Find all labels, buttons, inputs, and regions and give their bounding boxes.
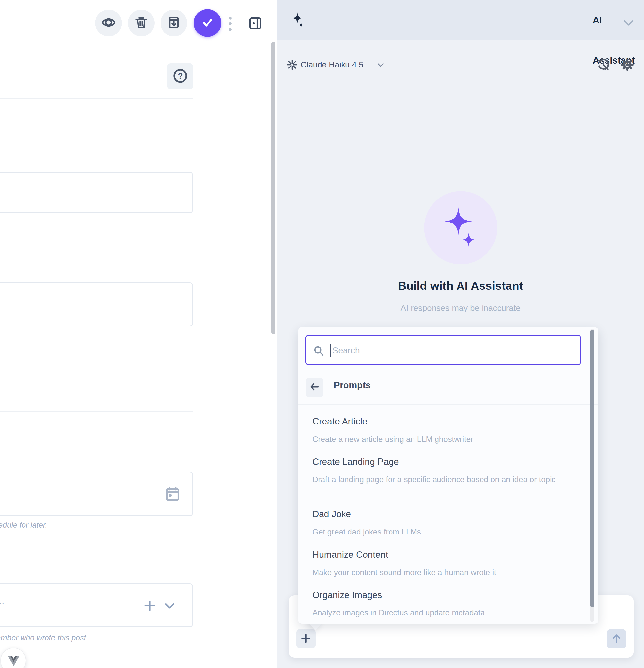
- help-button[interactable]: ?: [167, 63, 193, 90]
- search-icon: [313, 345, 325, 358]
- calendar-icon[interactable]: [165, 487, 180, 502]
- content-panel: ? edule for later. .. ember who wrote th…: [0, 0, 277, 668]
- preview-button[interactable]: [95, 10, 122, 36]
- chevron-down-icon[interactable]: [623, 20, 634, 27]
- send-button[interactable]: [607, 629, 626, 649]
- empty-state-subtitle: AI responses may be inaccurate: [277, 303, 644, 313]
- prompt-item-description[interactable]: Make your content sound more like a huma…: [312, 566, 580, 578]
- arrow-left-icon: [310, 382, 319, 392]
- vue-logo: [0, 648, 26, 668]
- trash-icon: [134, 15, 148, 31]
- section-divider: [0, 98, 193, 98]
- check-icon: [200, 15, 215, 31]
- search-input[interactable]: [332, 338, 565, 362]
- panel-divider: [270, 0, 270, 668]
- prompt-item-title[interactable]: Create Landing Page: [312, 456, 582, 467]
- section-divider: [0, 411, 193, 412]
- ai-assistant-header[interactable]: AI Assistant: [277, 0, 644, 40]
- prompt-item-title[interactable]: Humanize Content: [312, 549, 582, 560]
- save-button[interactable]: [194, 9, 221, 37]
- anthropic-starburst-icon: [286, 59, 298, 72]
- empty-state-title: Build with AI Assistant: [277, 279, 644, 292]
- prompt-item-description[interactable]: Analyze images in Directus and update me…: [312, 606, 580, 619]
- prompt-item-description[interactable]: Create a new article using an LLM ghostw…: [312, 433, 580, 445]
- clear-history-icon: [597, 67, 610, 72]
- archive-button[interactable]: [161, 10, 187, 36]
- sparkles-icon: [291, 12, 306, 30]
- publish-date-field[interactable]: [0, 472, 193, 516]
- prompt-item-title[interactable]: Create Article: [312, 416, 582, 427]
- prompt-item-title[interactable]: Dad Joke: [312, 509, 582, 520]
- author-field[interactable]: ..: [0, 583, 193, 627]
- prompt-search[interactable]: [305, 335, 581, 365]
- gear-icon: [621, 67, 634, 72]
- prompt-item-title[interactable]: Organize Images: [312, 590, 582, 601]
- popup-scrollbar-thumb[interactable]: [590, 330, 594, 607]
- schedule-note: edule for later.: [0, 521, 47, 530]
- author-placeholder-fragment: ..: [0, 596, 4, 607]
- form-input-2[interactable]: [0, 282, 193, 327]
- prompt-item-description[interactable]: Draft a landing page for a specific audi…: [312, 473, 580, 486]
- ai-panel-title: AI Assistant: [593, 0, 644, 40]
- eye-icon: [101, 15, 116, 31]
- model-name: Claude Haiku 4.5: [301, 59, 363, 70]
- chevron-down-icon[interactable]: [165, 603, 174, 610]
- plus-icon: [301, 633, 311, 644]
- prompt-item-description[interactable]: Get great dad jokes from LLMs.: [312, 526, 580, 538]
- sidebar-toggle-button[interactable]: [249, 16, 262, 31]
- more-options-button[interactable]: [226, 14, 234, 34]
- archive-download-icon: [167, 15, 181, 31]
- prompts-heading: Prompts: [334, 380, 371, 391]
- kebab-menu-icon: [229, 17, 232, 19]
- attach-button[interactable]: [296, 629, 316, 649]
- svg-text:?: ?: [178, 71, 183, 80]
- sidebar-toggle-icon: [249, 27, 262, 31]
- chevron-down-icon: [377, 63, 384, 68]
- form-input-1[interactable]: [0, 172, 193, 213]
- arrow-up-icon: [611, 633, 622, 644]
- popup-divider: [298, 404, 599, 405]
- text-cursor: [330, 344, 331, 357]
- settings-button[interactable]: [621, 59, 634, 72]
- author-note: ember who wrote this post: [0, 633, 86, 642]
- left-scrollbar[interactable]: [271, 42, 275, 334]
- clear-history-button[interactable]: [597, 59, 610, 72]
- prompts-popup: Prompts Create Article Create a new arti…: [298, 327, 599, 624]
- plus-icon[interactable]: [144, 599, 156, 613]
- help-circle-icon: ?: [173, 68, 188, 85]
- delete-button[interactable]: [128, 10, 154, 36]
- back-button[interactable]: [306, 378, 323, 397]
- ai-empty-state-circle: [424, 191, 497, 264]
